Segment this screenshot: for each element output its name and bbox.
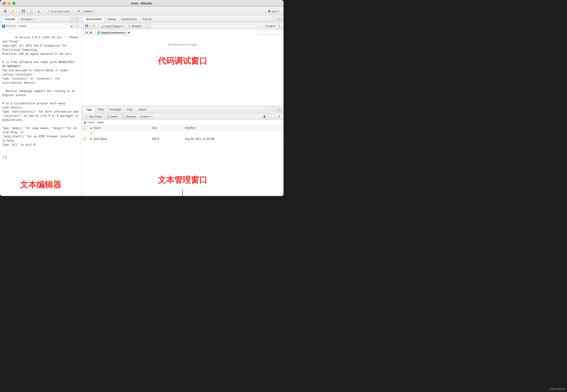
open-file-button[interactable]: 📂 — [10, 9, 16, 14]
memory-button[interactable]: 💿 68 MiB ▾ — [126, 24, 143, 28]
refresh-files-button[interactable]: ↺ — [276, 114, 282, 119]
r-language-select[interactable]: R — [83, 30, 93, 35]
addins-button[interactable]: Addins ▾ — [83, 9, 96, 14]
tab-terminal[interactable]: Terminal ✕ — [18, 16, 37, 22]
tab-files[interactable]: Files — [83, 107, 95, 113]
tab-console[interactable]: Console — [2, 16, 18, 22]
tab-tutorial[interactable]: Tutorial — [139, 16, 154, 22]
close-button[interactable] — [3, 2, 6, 5]
tab-help[interactable]: Help — [124, 107, 136, 112]
main-toolbar: ➕ 📂 💾 📋 🖨 ⤴ Go to file/function ⊞ Addins… — [0, 7, 284, 15]
delete-button[interactable]: 🚫 Delete — [105, 114, 119, 119]
files-breadcrumb: 🏠 Home › test1 — [81, 120, 284, 125]
table-row: R test1.Rproj 205 B Aug 30, 2021, 11:33 … — [81, 136, 284, 142]
new-folder-icon: 📁 — [85, 115, 88, 118]
import-icon: 📊 — [101, 25, 104, 28]
minimize-button[interactable] — [8, 2, 11, 5]
table-row: 📁 .. — [81, 131, 284, 136]
parent-size-cell — [150, 131, 183, 136]
rename-button[interactable]: ✏️ Rename — [120, 114, 138, 119]
left-panel: Console Terminal ✕ — ⊡ R R 4.0.5 · ~/tes… — [0, 15, 81, 196]
terminal-tab-close[interactable]: ✕ — [33, 18, 35, 21]
tab-history[interactable]: History — [105, 16, 118, 22]
files-panel-tools: — ⊡ — [272, 107, 282, 112]
files-more-btn[interactable]: ⋯ — [269, 114, 275, 119]
load-env-button[interactable]: 📂 — [91, 24, 98, 28]
size-column-header[interactable]: Size — [150, 125, 183, 131]
maximize-button[interactable] — [12, 2, 15, 5]
global-env-select[interactable]: 🌐 Global Environment ▾ — [95, 30, 131, 35]
sort-icon: ▲ — [90, 126, 93, 129]
rproj-modified-cell: Aug 30, 2021, 11:33 AM — [183, 136, 284, 142]
env-annotation: 代码调试窗口 — [158, 56, 207, 67]
more-button[interactable]: ⚙ More ▾ — [139, 114, 153, 119]
files-table-header: ▲ Name Size Modified — [81, 125, 284, 131]
clear-console-button[interactable]: 🗑 — [70, 24, 74, 28]
minimize-files-button[interactable]: — — [272, 107, 276, 112]
new-folder-button[interactable]: 📁 New Folder — [83, 114, 104, 119]
files-body: 🏠 Home › test1 ▲ — [81, 120, 284, 196]
rproj-name-cell[interactable]: R test1.Rproj — [88, 136, 150, 142]
new-file-icon: ➕ — [4, 10, 7, 13]
console-body[interactable]: R version 4.0.5 (2021-03-31) -- "Shake a… — [0, 29, 81, 196]
refresh-env-button[interactable]: ↺ — [276, 24, 282, 28]
save-button[interactable]: 💾 — [20, 9, 27, 14]
breadcrumb-home[interactable]: Home — [88, 121, 95, 124]
minimize-env-button[interactable]: — — [272, 17, 276, 22]
env-search-input[interactable] — [259, 30, 282, 35]
reload-icon[interactable]: ↺ — [75, 24, 79, 28]
env-empty-message: Environment is empty — [168, 43, 197, 46]
console-tabs: Console Terminal ✕ — ⊡ — [0, 15, 81, 23]
tab-viewer[interactable]: Viewer — [135, 107, 149, 112]
maximize-env-button[interactable]: ⊡ — [277, 17, 282, 22]
select-all-header — [81, 125, 88, 131]
files-table-body: 📁 .. R tes — [81, 131, 284, 142]
clear-env-button[interactable]: 🧹 — [144, 24, 151, 28]
import-dataset-button[interactable]: 📊 Import Dataset ▾ — [99, 24, 125, 28]
print-button[interactable]: 🖨 — [36, 9, 42, 14]
rproj-checkbox-cell — [81, 136, 88, 142]
list-label: List — [268, 24, 273, 28]
parent-folder-icon: 📁 — [90, 132, 93, 135]
tab-environment[interactable]: Environment — [83, 16, 105, 22]
files-extra-tools: 🔷 ⋯ ↺ — [261, 114, 282, 119]
rproj-icon: R — [90, 138, 92, 140]
toolbar-sep-2 — [43, 9, 44, 14]
minimize-panel-button[interactable]: — — [70, 17, 74, 22]
project-badge[interactable]: 🔷 test1 ▾ — [266, 9, 282, 14]
console-output: R version 4.0.5 (2021-03-31) -- "Shake a… — [2, 36, 80, 146]
main-layout: Console Terminal ✕ — ⊡ R R 4.0.5 · ~/tes… — [0, 15, 284, 196]
delete-label: Delete — [110, 115, 118, 118]
save-all-button[interactable]: 📋 — [28, 9, 35, 14]
parent-folder-cell[interactable]: 📁 .. — [88, 131, 150, 136]
save-env-button[interactable]: 💾 — [83, 24, 90, 28]
name-column-header[interactable]: ▲ Name — [88, 125, 150, 131]
env-scope-row: R 🌐 Global Environment ▾ — [81, 29, 284, 36]
files-annotation: 文本管理窗口 — [81, 168, 284, 193]
right-panel: Environment History Connections Tutorial… — [81, 15, 284, 196]
rproj-checkbox[interactable] — [83, 137, 86, 140]
project-chevron-icon: ▾ — [278, 10, 280, 13]
maximize-panel-button[interactable]: ⊡ — [75, 17, 79, 22]
breadcrumb-folder: test1 — [98, 121, 104, 124]
modified-column-header[interactable]: Modified — [183, 125, 284, 131]
maximize-files-button[interactable]: ⊡ — [277, 107, 282, 112]
window-title: test1 - RStudio — [131, 2, 152, 5]
tab-plots[interactable]: Plots — [95, 107, 107, 112]
grid-icon: ⊞ — [78, 10, 80, 13]
tab-connections[interactable]: Connections — [119, 16, 140, 22]
addins-label: Addins — [84, 10, 92, 13]
tab-packages[interactable]: Packages — [107, 107, 124, 112]
console-tools: 🗑 ↺ — [70, 24, 79, 28]
env-tabs: Environment History Connections Tutorial… — [81, 15, 284, 23]
goto-file-button[interactable]: ⤴ Go to file/function — [45, 9, 73, 14]
parent-modified-cell — [183, 131, 284, 136]
r-project-icon[interactable]: 🔷 — [261, 114, 268, 119]
grid-button[interactable]: ⊞ — [76, 9, 82, 14]
select-all-checkbox[interactable] — [83, 126, 86, 129]
env-filter: ≡ List ▾ ↺ — [265, 24, 282, 28]
home-icon: 🏠 — [83, 121, 87, 124]
import-chevron-icon: ▾ — [122, 25, 123, 28]
new-file-button[interactable]: ➕ — [2, 9, 9, 14]
goto-file-label: Go to file/function — [50, 10, 70, 13]
